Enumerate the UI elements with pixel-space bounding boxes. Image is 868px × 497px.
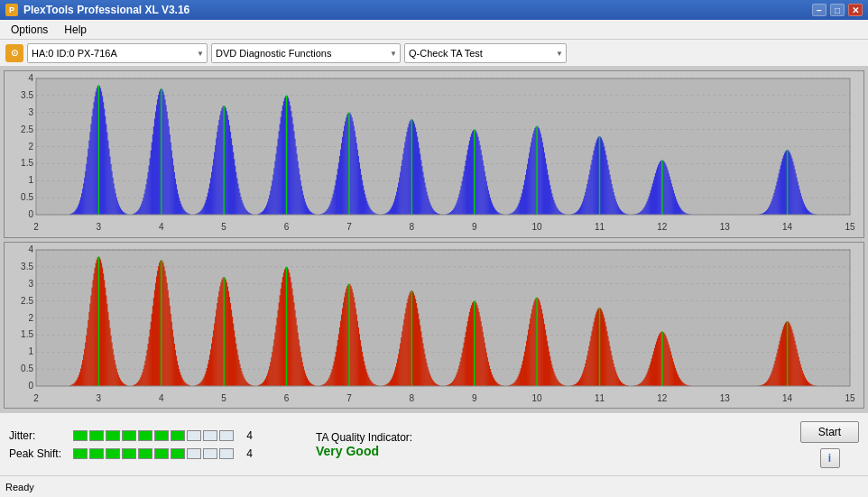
test-select[interactable]: Q-Check TA Test <box>404 43 567 63</box>
peak-shift-row: Peak Shift: 4 <box>9 447 280 460</box>
status-bar: Ready <box>0 475 868 497</box>
top-chart <box>4 70 864 238</box>
ta-quality-label: TA Quality Indicator: <box>316 431 412 444</box>
window-title: PlexTools Professional XL V3.16 <box>23 4 189 16</box>
progress-segment <box>187 448 201 459</box>
function-select[interactable]: DVD Diagnostic Functions <box>211 43 401 63</box>
bottom-chart-canvas <box>5 243 863 409</box>
progress-segment <box>138 448 152 459</box>
top-chart-canvas <box>5 71 863 237</box>
progress-segment <box>187 430 201 441</box>
progress-segment <box>203 448 217 459</box>
progress-segment <box>106 430 120 441</box>
progress-segment <box>219 430 234 441</box>
bottom-chart <box>4 242 864 410</box>
minimize-button[interactable]: − <box>812 4 826 16</box>
ta-section: TA Quality Indicator: Very Good <box>316 431 412 458</box>
start-button-section: Start i <box>800 421 859 468</box>
progress-segment <box>154 448 169 459</box>
progress-segment <box>89 430 104 441</box>
progress-segment <box>219 448 234 459</box>
title-bar: P PlexTools Professional XL V3.16 − □ ✕ <box>0 0 868 20</box>
drive-select[interactable]: HA:0 ID:0 PX-716A <box>27 43 208 63</box>
progress-segment <box>106 448 120 459</box>
progress-segment <box>171 448 185 459</box>
ta-quality-value: Very Good <box>316 444 379 458</box>
jitter-value: 4 <box>239 429 253 442</box>
drive-icon: ⊙ <box>5 44 23 62</box>
menu-options[interactable]: Options <box>4 22 55 38</box>
progress-segment <box>171 430 185 441</box>
jitter-row: Jitter: 4 <box>9 429 280 442</box>
metrics-section: Jitter: 4 Peak Shift: 4 <box>9 429 280 460</box>
app-icon: P <box>5 4 18 16</box>
charts-area <box>0 67 868 412</box>
info-button[interactable]: i <box>820 448 840 468</box>
menu-bar: Options Help <box>0 20 868 40</box>
title-bar-left: P PlexTools Professional XL V3.16 <box>5 4 189 16</box>
maximize-button[interactable]: □ <box>830 4 845 16</box>
jitter-label: Jitter: <box>9 429 68 442</box>
progress-segment <box>73 430 88 441</box>
title-bar-controls: − □ ✕ <box>812 4 863 16</box>
peak-shift-value: 4 <box>239 447 253 460</box>
test-select-wrapper: Q-Check TA Test <box>404 43 567 63</box>
menu-help[interactable]: Help <box>57 22 94 38</box>
peak-shift-progress <box>73 448 234 459</box>
progress-segment <box>138 430 152 441</box>
progress-segment <box>122 430 136 441</box>
function-select-wrapper: DVD Diagnostic Functions <box>211 43 401 63</box>
progress-segment <box>203 430 217 441</box>
jitter-progress <box>73 430 234 441</box>
status-text: Ready <box>5 482 34 492</box>
close-button[interactable]: ✕ <box>848 4 863 16</box>
progress-segment <box>154 430 169 441</box>
progress-segment <box>89 448 104 459</box>
toolbar: ⊙ HA:0 ID:0 PX-716A DVD Diagnostic Funct… <box>0 40 868 67</box>
progress-segment <box>73 448 88 459</box>
peak-shift-label: Peak Shift: <box>9 447 68 460</box>
bottom-panel: Jitter: 4 Peak Shift: 4 TA Quality Indic… <box>0 412 868 475</box>
start-button[interactable]: Start <box>800 421 859 443</box>
progress-segment <box>122 448 136 459</box>
drive-select-wrapper: HA:0 ID:0 PX-716A <box>27 43 208 63</box>
